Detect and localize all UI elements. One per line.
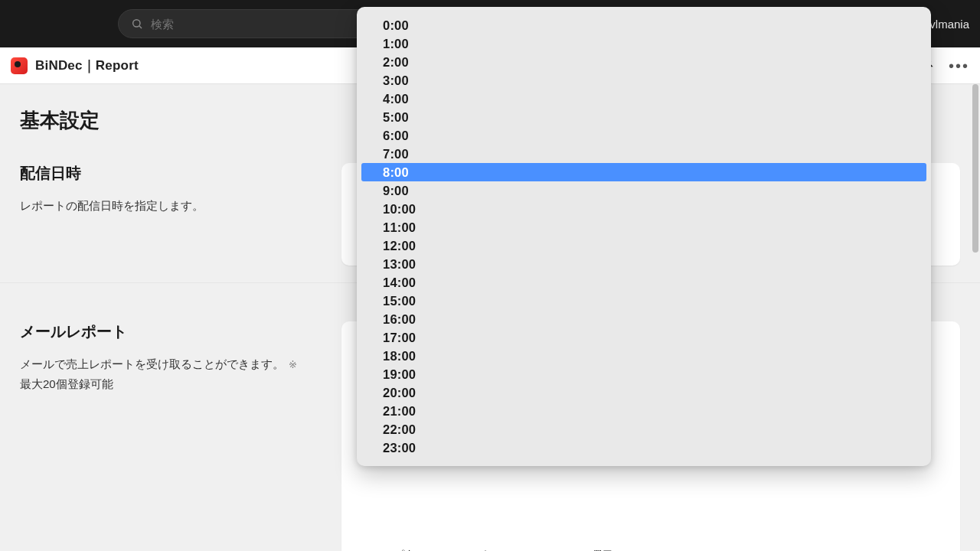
mail-heading: メールレポート (20, 321, 326, 342)
time-option[interactable]: 23:00 (361, 439, 926, 457)
time-dropdown[interactable]: 0:001:002:003:004:005:006:007:008:009:00… (357, 7, 931, 466)
more-icon[interactable]: ••• (949, 58, 969, 73)
time-option[interactable]: 17:00 (361, 328, 926, 347)
time-option[interactable]: 7:00 (361, 145, 926, 163)
time-option[interactable]: 3:00 (361, 71, 926, 90)
mail-desc: メールで売上レポートを受け取ることができます。 ※ 最大20個登録可能 (20, 354, 326, 393)
time-option[interactable]: 20:00 (361, 383, 926, 402)
time-option[interactable]: 13:00 (361, 255, 926, 273)
delivery-heading: 配信日時 (20, 163, 326, 184)
time-option[interactable]: 5:00 (361, 108, 926, 126)
svg-point-0 (133, 20, 140, 27)
time-option[interactable]: 16:00 (361, 310, 926, 328)
mail-desc-line1: メールで売上レポートを受け取ることができます。 (20, 357, 284, 370)
time-option[interactable]: 1:00 (361, 34, 926, 53)
time-option[interactable]: 22:00 (361, 420, 926, 439)
time-option[interactable]: 8:00 (361, 163, 926, 181)
time-option[interactable]: 18:00 (361, 347, 926, 365)
scrollbar[interactable] (971, 84, 978, 551)
time-option[interactable]: 6:00 (361, 126, 926, 145)
topbar-user-label[interactable]: vlmania (929, 18, 969, 31)
time-option[interactable]: 0:00 (361, 16, 926, 34)
delivery-desc: レポートの配信日時を指定します。 (20, 196, 326, 216)
search-icon (131, 18, 143, 30)
time-option[interactable]: 21:00 (361, 402, 926, 420)
time-option[interactable]: 2:00 (361, 53, 926, 71)
svg-line-1 (139, 26, 142, 28)
mail-desc-line2: 最大20個登録可能 (20, 377, 113, 390)
time-option[interactable]: 19:00 (361, 365, 926, 383)
scrollbar-thumb[interactable] (972, 84, 978, 253)
app-title: BiNDec｜Report (35, 57, 139, 74)
time-option[interactable]: 9:00 (361, 181, 926, 200)
time-option[interactable]: 15:00 (361, 292, 926, 310)
snowflake-icon: ※ (286, 359, 297, 370)
time-option[interactable]: 11:00 (361, 218, 926, 236)
time-option[interactable]: 12:00 (361, 236, 926, 255)
time-option[interactable]: 10:00 (361, 200, 926, 218)
time-option[interactable]: 4:00 (361, 90, 926, 108)
app-logo (11, 57, 28, 74)
time-option[interactable]: 14:00 (361, 273, 926, 292)
